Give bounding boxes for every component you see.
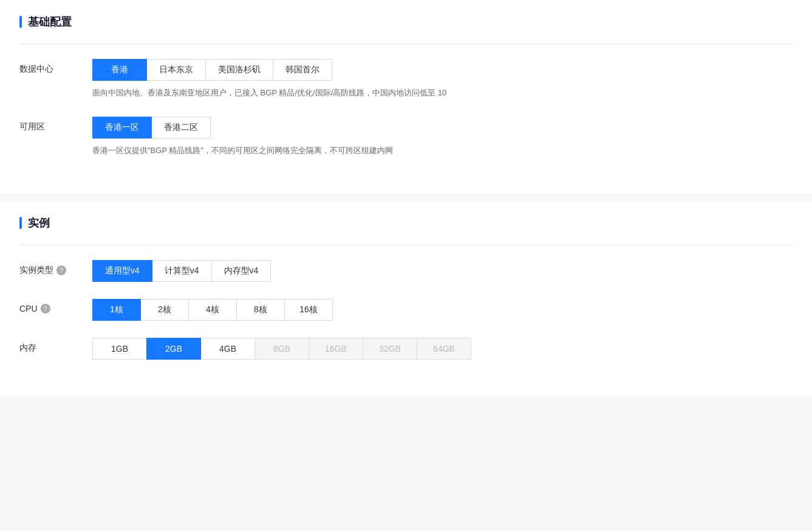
datacenter-btn-group: 香港 日本东京 美国洛杉矶 韩国首尔 (92, 59, 793, 81)
cpu-label: CPU ? (19, 299, 92, 313)
memory-option-2gb[interactable]: 2GB (146, 338, 201, 360)
memory-option-8gb: 8GB (254, 338, 309, 360)
cpu-option-8core[interactable]: 8核 (236, 299, 285, 321)
datacenter-hint: 面向中国内地、香港及东南亚地区用户，已接入 BGP 精品/优化/国际/高防线路，… (92, 87, 793, 100)
cpu-option-2core[interactable]: 2核 (140, 299, 189, 321)
availability-zone-row: 可用区 香港一区 香港二区 香港一区仅提供"BGP 精品线路"，不同的可用区之间… (19, 117, 793, 157)
availability-zone-option-hk2[interactable]: 香港二区 (151, 117, 211, 139)
availability-zone-option-hk1[interactable]: 香港一区 (92, 117, 152, 139)
instance-type-option-compute-v4[interactable]: 计算型v4 (152, 260, 212, 282)
cpu-option-4core[interactable]: 4核 (188, 299, 237, 321)
instance-section: 实例 实例类型 ? 通用型v4 计算型v4 内存型v4 CPU ? 1核 2核 … (0, 201, 812, 396)
availability-zone-label: 可用区 (19, 117, 92, 132)
instance-type-btn-group: 通用型v4 计算型v4 内存型v4 (92, 260, 793, 282)
instance-type-help-icon[interactable]: ? (56, 266, 66, 275)
datacenter-option-seoul[interactable]: 韩国首尔 (273, 59, 332, 81)
instance-type-option-memory-v4[interactable]: 内存型v4 (211, 260, 271, 282)
cpu-btn-group: 1核 2核 4核 8核 16核 (92, 299, 793, 321)
datacenter-label: 数据中心 (19, 59, 92, 75)
cpu-option-1core[interactable]: 1核 (92, 299, 141, 321)
memory-btn-group: 1GB 2GB 4GB 8GB 16GB 32GB 64GB (92, 338, 793, 360)
instance-type-content: 通用型v4 计算型v4 内存型v4 (92, 260, 793, 282)
datacenter-option-hongkong[interactable]: 香港 (92, 59, 147, 81)
datacenter-option-tokyo[interactable]: 日本东京 (146, 59, 206, 81)
instance-type-row: 实例类型 ? 通用型v4 计算型v4 内存型v4 (19, 260, 793, 282)
availability-zone-content: 香港一区 香港二区 香港一区仅提供"BGP 精品线路"，不同的可用区之间网络完全… (92, 117, 793, 157)
memory-row: 内存 1GB 2GB 4GB 8GB 16GB 32GB 64GB (19, 338, 793, 360)
memory-content: 1GB 2GB 4GB 8GB 16GB 32GB 64GB (92, 338, 793, 360)
memory-option-32gb: 32GB (363, 338, 417, 360)
memory-option-1gb[interactable]: 1GB (92, 338, 147, 360)
cpu-content: 1核 2核 4核 8核 16核 (92, 299, 793, 321)
availability-zone-hint: 香港一区仅提供"BGP 精品线路"，不同的可用区之间网络完全隔离，不可跨区组建内… (92, 145, 793, 157)
datacenter-content: 香港 日本东京 美国洛杉矶 韩国首尔 面向中国内地、香港及东南亚地区用户，已接入… (92, 59, 793, 100)
basic-config-section: 基础配置 数据中心 香港 日本东京 美国洛杉矶 韩国首尔 面向中国内地、香港及东… (0, 0, 812, 194)
datacenter-row: 数据中心 香港 日本东京 美国洛杉矶 韩国首尔 面向中国内地、香港及东南亚地区用… (19, 59, 793, 100)
basic-config-title: 基础配置 (19, 15, 793, 29)
memory-label: 内存 (19, 338, 92, 354)
instance-type-option-general-v4[interactable]: 通用型v4 (92, 260, 152, 282)
memory-option-64gb: 64GB (417, 338, 471, 360)
cpu-row: CPU ? 1核 2核 4核 8核 16核 (19, 299, 793, 321)
cpu-help-icon[interactable]: ? (41, 304, 50, 313)
availability-zone-btn-group: 香港一区 香港二区 (92, 117, 793, 139)
cpu-option-16core[interactable]: 16核 (284, 299, 333, 321)
instance-divider (19, 245, 793, 245)
datacenter-option-losangeles[interactable]: 美国洛杉矶 (205, 59, 273, 81)
instance-type-label: 实例类型 ? (19, 260, 92, 276)
instance-title: 实例 (19, 216, 793, 230)
memory-option-4gb[interactable]: 4GB (200, 338, 255, 360)
basic-config-divider (19, 44, 793, 44)
memory-option-16gb: 16GB (309, 338, 363, 360)
